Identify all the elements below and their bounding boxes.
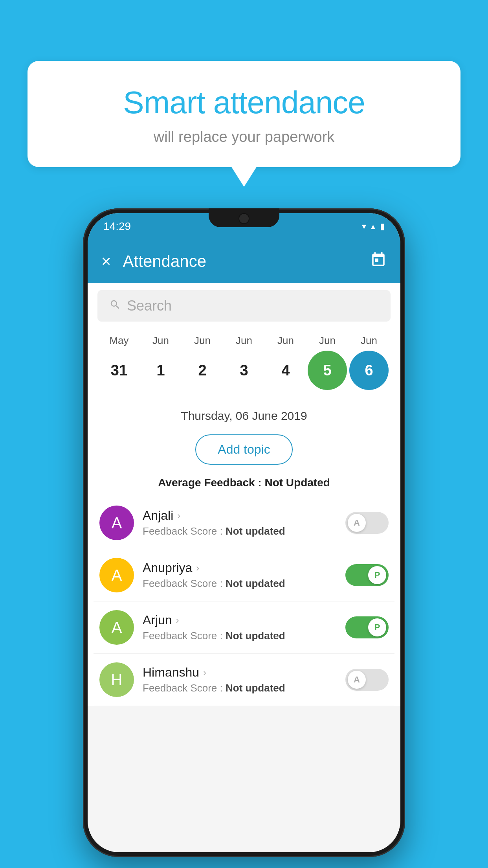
student-item-1[interactable]: AAnupriya ›Feedback Score : Not updatedP	[94, 549, 394, 601]
student-item-0[interactable]: AAnjali ›Feedback Score : Not updatedA	[94, 497, 394, 549]
chevron-icon: ›	[176, 615, 179, 626]
date-display: Thursday, 06 June 2019	[88, 398, 400, 428]
phone-frame: 14:29 ▾ ▴ ▮ × Attendance	[83, 208, 405, 857]
avatar-1: A	[99, 558, 134, 592]
date-cell-3[interactable]: 3	[224, 351, 264, 390]
content-area: Thursday, 06 June 2019 Add topic Average…	[88, 398, 400, 706]
attendance-toggle-3[interactable]: A	[345, 669, 389, 691]
toggle-container-1[interactable]: P	[345, 564, 389, 586]
feedback-value-2: Not updated	[226, 630, 285, 642]
avatar-3: H	[99, 662, 134, 697]
date-cell-1[interactable]: 1	[141, 351, 180, 390]
student-info-2: Arjun ›Feedback Score : Not updated	[143, 613, 337, 642]
month-label-0: May	[99, 335, 139, 347]
student-item-2[interactable]: AArjun ›Feedback Score : Not updatedP	[94, 601, 394, 654]
month-label-5: Jun	[308, 335, 347, 347]
toggle-thumb-1: P	[368, 566, 386, 584]
chevron-icon: ›	[196, 563, 199, 574]
signal-icon: ▴	[371, 221, 375, 232]
toggle-thumb-0: A	[348, 514, 366, 532]
avatar-0: A	[99, 506, 134, 540]
speech-bubble: Smart attendance will replace your paper…	[28, 61, 460, 167]
date-row[interactable]: 31123456	[95, 351, 393, 390]
phone-notch	[209, 208, 279, 227]
avatar-2: A	[99, 610, 134, 645]
student-info-0: Anjali ›Feedback Score : Not updated	[143, 508, 337, 537]
month-label-1: Jun	[141, 335, 180, 347]
student-name-0[interactable]: Anjali ›	[143, 508, 337, 523]
toggle-thumb-3: A	[348, 671, 366, 689]
avg-feedback: Average Feedback : Not Updated	[88, 471, 400, 497]
feedback-score-2: Feedback Score : Not updated	[143, 630, 337, 642]
attendance-toggle-0[interactable]: A	[345, 512, 389, 534]
add-topic-container: Add topic	[88, 428, 400, 471]
student-name-1[interactable]: Anupriya ›	[143, 561, 337, 575]
month-label-6: Jun	[349, 335, 389, 347]
month-label-3: Jun	[224, 335, 264, 347]
search-container: Search	[88, 283, 400, 329]
avg-feedback-value: Not Updated	[264, 476, 330, 489]
attendance-toggle-1[interactable]: P	[345, 564, 389, 586]
student-name-2[interactable]: Arjun ›	[143, 613, 337, 627]
toggle-container-2[interactable]: P	[345, 616, 389, 638]
feedback-value-1: Not updated	[226, 577, 285, 589]
battery-icon: ▮	[380, 221, 385, 232]
app-bar: × Attendance	[88, 240, 400, 283]
phone-screen: 14:29 ▾ ▴ ▮ × Attendance	[88, 213, 400, 852]
speech-bubble-container: Smart attendance will replace your paper…	[28, 61, 460, 167]
add-topic-button[interactable]: Add topic	[195, 434, 292, 465]
search-placeholder: Search	[127, 298, 172, 314]
calendar-icon[interactable]	[370, 252, 387, 272]
student-name-3[interactable]: Himanshu ›	[143, 665, 337, 680]
headline: Smart attendance	[47, 85, 441, 121]
chevron-icon: ›	[203, 667, 206, 678]
month-label-2: Jun	[183, 335, 222, 347]
month-row: MayJunJunJunJunJunJun	[95, 335, 393, 347]
feedback-score-3: Feedback Score : Not updated	[143, 682, 337, 694]
close-button[interactable]: ×	[101, 252, 111, 271]
date-cell-5[interactable]: 5	[308, 351, 347, 390]
subtext: will replace your paperwork	[47, 129, 441, 145]
student-item-3[interactable]: HHimanshu ›Feedback Score : Not updatedA	[94, 654, 394, 706]
student-info-1: Anupriya ›Feedback Score : Not updated	[143, 561, 337, 590]
feedback-score-1: Feedback Score : Not updated	[143, 577, 337, 590]
search-icon	[109, 298, 121, 314]
toggle-thumb-2: P	[368, 618, 386, 636]
avg-feedback-label: Average Feedback :	[158, 476, 264, 489]
calendar-strip: MayJunJunJunJunJunJun 31123456	[88, 329, 400, 398]
status-time: 14:29	[103, 220, 131, 233]
student-list: AAnjali ›Feedback Score : Not updatedAAA…	[88, 497, 400, 706]
date-cell-2[interactable]: 2	[183, 351, 222, 390]
wifi-icon: ▾	[362, 221, 366, 232]
month-label-4: Jun	[266, 335, 305, 347]
search-bar[interactable]: Search	[97, 290, 391, 322]
phone-wrapper: 14:29 ▾ ▴ ▮ × Attendance	[83, 208, 405, 857]
date-cell-6[interactable]: 6	[349, 351, 389, 390]
chevron-icon: ›	[177, 510, 180, 521]
status-icons: ▾ ▴ ▮	[362, 221, 385, 232]
student-info-3: Himanshu ›Feedback Score : Not updated	[143, 665, 337, 694]
app-bar-title: Attendance	[123, 252, 358, 271]
attendance-toggle-2[interactable]: P	[345, 616, 389, 638]
toggle-container-0[interactable]: A	[345, 512, 389, 534]
date-cell-4[interactable]: 4	[266, 351, 305, 390]
toggle-container-3[interactable]: A	[345, 669, 389, 691]
feedback-value-3: Not updated	[226, 682, 285, 694]
date-cell-31[interactable]: 31	[99, 351, 139, 390]
feedback-score-0: Feedback Score : Not updated	[143, 525, 337, 537]
feedback-value-0: Not updated	[226, 525, 285, 537]
